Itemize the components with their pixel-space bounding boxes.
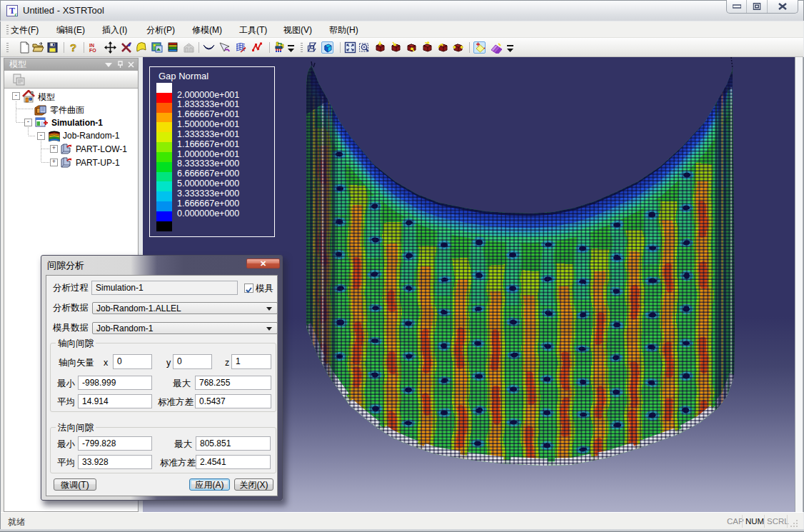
svg-text:FO: FO	[89, 48, 96, 53]
svg-text:?: ?	[70, 41, 76, 54]
svg-text:IN: IN	[89, 43, 94, 48]
